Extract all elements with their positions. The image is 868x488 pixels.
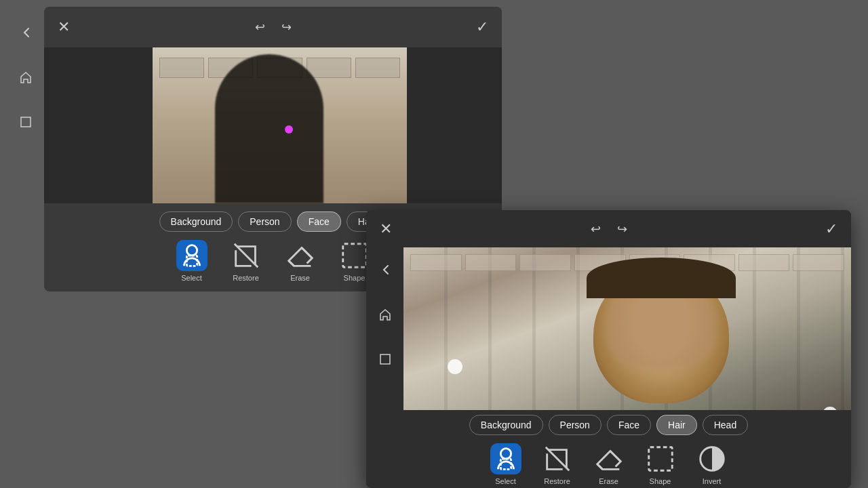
erase-icon: [285, 240, 316, 271]
handle-left[interactable]: [448, 359, 462, 374]
square-icon-2: [378, 352, 392, 366]
shape-icon-wrap: [339, 240, 370, 271]
chevron-left-icon: [19, 26, 33, 39]
tool-select-2[interactable]: Select: [486, 443, 526, 485]
home-button-2[interactable]: [373, 302, 397, 327]
back-button-2[interactable]: [373, 258, 397, 282]
select-icon: [176, 240, 208, 271]
tool-select-1[interactable]: Select: [172, 240, 212, 282]
window2-toolbar: Select Restore Erase: [366, 441, 851, 488]
confirm-icon[interactable]: ✓: [476, 18, 488, 36]
shape-label-2: Shape: [650, 477, 671, 485]
window1-topbar: ✕ ↩ ↪ ✓: [44, 7, 502, 47]
back-button-1[interactable]: [14, 20, 38, 45]
restore-label-2: Restore: [544, 477, 570, 485]
select-icon-2: [490, 443, 521, 474]
select-label-2: Select: [495, 477, 516, 485]
shape-icon: [339, 240, 370, 271]
square-button-1[interactable]: [14, 110, 38, 134]
tool-invert-2[interactable]: Invert: [692, 443, 732, 485]
home-button-1[interactable]: [14, 65, 38, 89]
svg-rect-3: [21, 117, 31, 127]
svg-rect-5: [500, 459, 511, 469]
square-button-2[interactable]: [373, 347, 397, 371]
segment-background-2[interactable]: Background: [469, 415, 543, 435]
close-icon[interactable]: ✕: [58, 18, 70, 36]
segment-face-1[interactable]: Face: [297, 211, 341, 232]
window2-topbar: ✕ ↩ ↪ ✓: [366, 210, 851, 247]
select-icon-wrap-2: [490, 443, 521, 474]
tool-shape-2[interactable]: Shape: [640, 443, 681, 485]
shape-icon-wrap-2: [645, 443, 676, 474]
shape-label-1: Shape: [344, 274, 366, 282]
undo-icon-2[interactable]: ↩: [591, 222, 601, 237]
tool-restore-1[interactable]: Restore: [226, 240, 267, 282]
side-dark-left: [44, 47, 153, 203]
redo-icon-2[interactable]: ↪: [617, 222, 627, 237]
svg-point-4: [500, 449, 511, 459]
undo-icon[interactable]: ↩: [255, 20, 265, 35]
person-silhouette: [215, 54, 323, 203]
invert-icon: [696, 443, 728, 474]
restore-icon: [231, 240, 262, 271]
invert-icon-wrap-2: [696, 443, 728, 474]
tool-erase-2[interactable]: Erase: [589, 443, 629, 485]
select-label-1: Select: [181, 274, 202, 282]
shape-icon-2: [645, 443, 676, 474]
tool-erase-1[interactable]: Erase: [280, 240, 321, 282]
erase-icon-wrap: [285, 240, 316, 271]
window2: ✕ ↩ ↪ ✓: [366, 210, 851, 488]
segment-hair-2[interactable]: Hair: [656, 415, 697, 435]
restore-icon-wrap-2: [542, 443, 573, 474]
restore-icon-wrap: [231, 240, 262, 271]
erase-icon-wrap-2: [593, 443, 625, 474]
svg-rect-6: [648, 447, 672, 471]
pink-dot: [285, 125, 293, 134]
person-head: [593, 268, 729, 403]
confirm-icon-2[interactable]: ✓: [825, 220, 837, 238]
chevron-left-icon-2: [378, 263, 392, 277]
window2-segment-bar: Background Person Face Hair Head: [366, 410, 851, 440]
segment-head-2[interactable]: Head: [703, 415, 748, 435]
svg-point-0: [186, 245, 197, 256]
segment-background-1[interactable]: Background: [159, 211, 233, 232]
svg-rect-8: [380, 354, 390, 364]
invert-label-2: Invert: [703, 477, 722, 485]
redo-icon[interactable]: ↪: [281, 20, 292, 35]
side-dark-right: [407, 47, 502, 203]
photo-bg-2: [403, 247, 851, 410]
erase-label-2: Erase: [599, 477, 618, 485]
sidebar-left-2: [366, 210, 403, 488]
svg-rect-1: [186, 256, 197, 266]
segment-person-1[interactable]: Person: [238, 211, 291, 232]
segment-person-2[interactable]: Person: [549, 415, 601, 435]
select-icon-wrap: [176, 240, 208, 271]
square-icon: [19, 115, 33, 129]
sidebar-left-1: [7, 7, 44, 291]
photo-area-2: [403, 247, 851, 410]
home-icon: [19, 70, 33, 84]
close-icon-2[interactable]: ✕: [380, 220, 392, 238]
erase-icon-2: [593, 443, 625, 474]
restore-icon-2: [542, 443, 573, 474]
photo-area-1: [153, 47, 407, 203]
segment-face-2[interactable]: Face: [607, 415, 651, 435]
svg-rect-2: [342, 244, 366, 268]
tool-restore-2[interactable]: Restore: [537, 443, 578, 485]
restore-label-1: Restore: [233, 274, 259, 282]
erase-label-1: Erase: [290, 274, 310, 282]
home-icon-2: [378, 308, 392, 321]
